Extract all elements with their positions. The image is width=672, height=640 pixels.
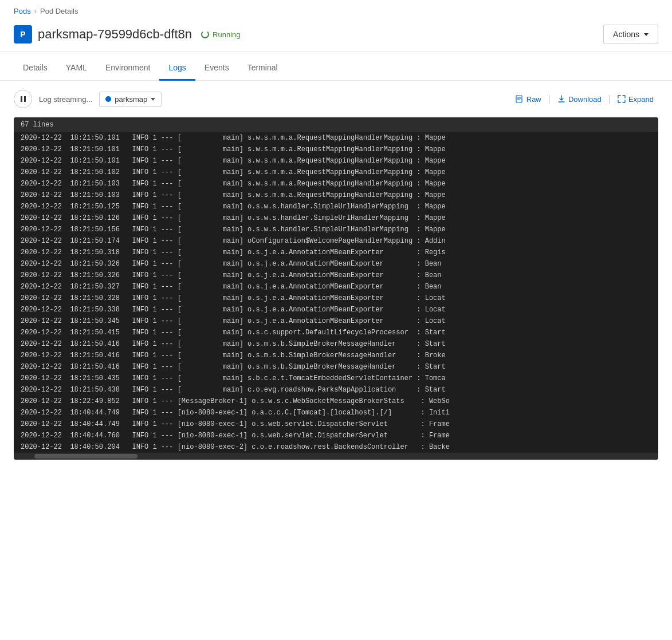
download-icon xyxy=(557,95,565,103)
action-separator-1: | xyxy=(548,94,551,104)
breadcrumb-pods-link[interactable]: Pods xyxy=(14,7,31,15)
logs-toolbar: Log streaming... parksmap Raw | Download… xyxy=(0,81,672,117)
log-line: 2020-12-22 18:40:44.760 INFO 1 --- [nio-… xyxy=(14,430,658,441)
streaming-label: Log streaming... xyxy=(39,95,92,104)
log-line: 2020-12-22 18:21:50.318 INFO 1 --- [ mai… xyxy=(14,247,658,258)
expand-button[interactable]: Expand xyxy=(613,93,658,106)
breadcrumb-current: Pod Details xyxy=(40,7,78,15)
scrollbar-thumb[interactable] xyxy=(34,454,137,459)
log-line: 2020-12-22 18:21:50.174 INFO 1 --- [ mai… xyxy=(14,235,658,247)
tab-logs[interactable]: Logs xyxy=(159,56,195,81)
download-button[interactable]: Download xyxy=(553,93,606,106)
container-selector[interactable]: parksmap xyxy=(99,92,162,107)
log-line: 2020-12-22 18:21:50.416 INFO 1 --- [ mai… xyxy=(14,338,658,350)
log-line: 2020-12-22 18:21:50.416 INFO 1 --- [ mai… xyxy=(14,350,658,361)
tab-events[interactable]: Events xyxy=(195,56,238,81)
log-lines-count: 67 lines xyxy=(14,117,658,132)
log-line: 2020-12-22 18:21:50.328 INFO 1 --- [ mai… xyxy=(14,293,658,304)
log-line: 2020-12-22 18:21:50.327 INFO 1 --- [ mai… xyxy=(14,281,658,293)
log-right-actions: Raw | Download | Expand xyxy=(511,93,658,106)
log-line: 2020-12-22 18:21:50.101 INFO 1 --- [ mai… xyxy=(14,144,658,155)
status-badge: Running xyxy=(201,30,240,39)
log-line: 2020-12-22 18:21:50.101 INFO 1 --- [ mai… xyxy=(14,132,658,144)
tabs-nav: Details YAML Environment Logs Events Ter… xyxy=(0,56,672,81)
breadcrumb-separator: › xyxy=(34,7,37,15)
log-line: 2020-12-22 18:21:50.416 INFO 1 --- [ mai… xyxy=(14,361,658,373)
log-line: 2020-12-22 18:21:50.326 INFO 1 --- [ mai… xyxy=(14,258,658,270)
log-line: 2020-12-22 18:22:49.852 INFO 1 --- [Mess… xyxy=(14,396,658,407)
status-label: Running xyxy=(213,30,240,39)
action-separator-2: | xyxy=(608,94,611,104)
raw-icon xyxy=(516,95,524,103)
container-chevron-icon xyxy=(151,98,155,101)
log-line: 2020-12-22 18:21:50.326 INFO 1 --- [ mai… xyxy=(14,270,658,281)
tab-terminal[interactable]: Terminal xyxy=(238,56,287,81)
actions-button[interactable]: Actions xyxy=(603,25,658,44)
tab-details[interactable]: Details xyxy=(14,56,57,81)
log-line: 2020-12-22 18:40:44.749 INFO 1 --- [nio-… xyxy=(14,407,658,418)
pause-button[interactable] xyxy=(14,90,32,108)
log-line: 2020-12-22 18:21:50.103 INFO 1 --- [ mai… xyxy=(14,189,658,201)
log-line: 2020-12-22 18:21:50.415 INFO 1 --- [ mai… xyxy=(14,327,658,338)
log-line: 2020-12-22 18:21:50.435 INFO 1 --- [ mai… xyxy=(14,373,658,384)
pause-icon xyxy=(21,96,26,102)
log-body[interactable]: 2020-12-22 18:21:50.101 INFO 1 --- [ mai… xyxy=(14,132,658,453)
log-line: 2020-12-22 18:21:50.438 INFO 1 --- [ mai… xyxy=(14,384,658,396)
pod-icon: P xyxy=(14,25,32,44)
chevron-down-icon xyxy=(644,33,649,36)
log-line: 2020-12-22 18:21:50.125 INFO 1 --- [ mai… xyxy=(14,201,658,212)
tab-environment[interactable]: Environment xyxy=(96,56,160,81)
tab-yaml[interactable]: YAML xyxy=(57,56,96,81)
log-line: 2020-12-22 18:21:50.102 INFO 1 --- [ mai… xyxy=(14,167,658,178)
log-line: 2020-12-22 18:40:50.204 INFO 1 --- [nio-… xyxy=(14,441,658,453)
log-line: 2020-12-22 18:21:50.338 INFO 1 --- [ mai… xyxy=(14,304,658,315)
header-actions: Actions xyxy=(603,25,658,44)
horizontal-scrollbar[interactable] xyxy=(14,453,658,460)
status-running-icon xyxy=(201,30,209,38)
breadcrumb: Pods › Pod Details xyxy=(0,0,672,20)
log-line: 2020-12-22 18:40:44.749 INFO 1 --- [nio-… xyxy=(14,418,658,430)
svg-rect-0 xyxy=(516,96,522,102)
container-name: parksmap xyxy=(115,95,147,104)
log-viewer: 67 lines 2020-12-22 18:21:50.101 INFO 1 … xyxy=(14,117,658,460)
log-line: 2020-12-22 18:21:50.103 INFO 1 --- [ mai… xyxy=(14,178,658,189)
expand-icon xyxy=(618,95,626,103)
log-line: 2020-12-22 18:21:50.156 INFO 1 --- [ mai… xyxy=(14,224,658,235)
log-line: 2020-12-22 18:21:50.345 INFO 1 --- [ mai… xyxy=(14,315,658,327)
log-line: 2020-12-22 18:21:50.126 INFO 1 --- [ mai… xyxy=(14,212,658,224)
container-dot-icon xyxy=(105,96,111,102)
raw-button[interactable]: Raw xyxy=(511,93,546,106)
page-header: P parksmap-79599d6cb-dft8n Running Actio… xyxy=(0,20,672,52)
log-line: 2020-12-22 18:21:50.101 INFO 1 --- [ mai… xyxy=(14,155,658,167)
pod-name: parksmap-79599d6cb-dft8n xyxy=(38,27,192,42)
